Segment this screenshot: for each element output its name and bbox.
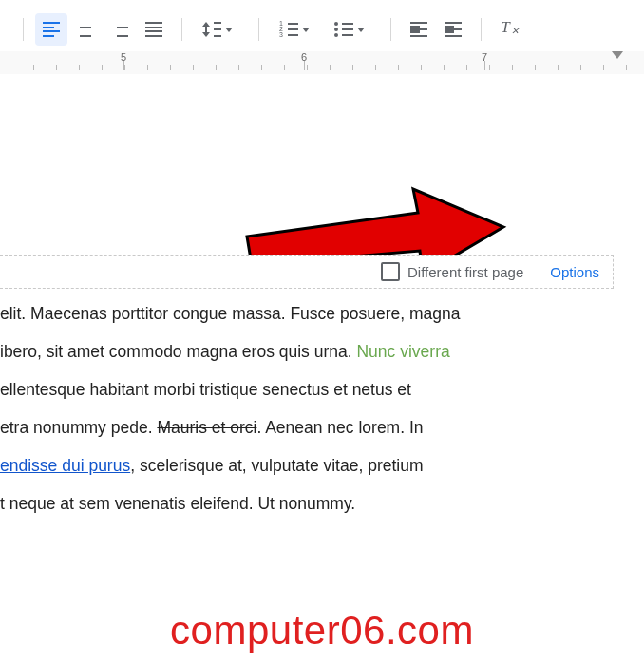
align-center-button[interactable]	[69, 13, 102, 46]
decrease-indent-button[interactable]	[403, 13, 435, 46]
text-line: etra nonummy pede. Mauris et orci. Aenea…	[0, 408, 606, 446]
header-options-bar: Different first page Options	[0, 255, 614, 289]
separator	[481, 18, 482, 41]
ruler[interactable]: 5 6 7	[0, 51, 644, 75]
decrease-indent-icon	[410, 22, 427, 37]
chevron-down-icon	[225, 28, 233, 32]
align-justify-button[interactable]	[138, 13, 170, 46]
numbered-list-icon: 1 2 3	[279, 22, 298, 37]
align-justify-icon	[145, 22, 162, 37]
watermark-text: computer06.com	[0, 608, 644, 654]
numbered-list-button[interactable]: 1 2 3	[271, 13, 324, 46]
text-span-strike: Mauris et orci	[157, 418, 256, 437]
text-span-green: Nunc viverra	[356, 342, 449, 361]
bulleted-list-icon	[334, 22, 353, 37]
text-line: t neque at sem venenatis eleifend. Ut no…	[0, 484, 606, 522]
bulleted-list-button[interactable]	[326, 13, 379, 46]
different-first-page-checkbox[interactable]	[381, 262, 400, 281]
document-body[interactable]: elit. Maecenas porttitor congue massa. F…	[0, 294, 606, 522]
ruler-right-margin-marker[interactable]	[612, 51, 623, 59]
document-page: Different first page Options elit. Maece…	[0, 74, 644, 663]
align-left-button[interactable]	[35, 13, 67, 46]
separator	[258, 18, 259, 41]
clear-formatting-icon: T✕	[501, 18, 517, 38]
align-right-icon	[111, 22, 128, 37]
clear-formatting-button[interactable]: T✕	[493, 13, 525, 46]
increase-indent-button[interactable]	[437, 13, 469, 46]
align-center-icon	[77, 22, 94, 37]
separator	[390, 18, 391, 41]
chevron-down-icon	[302, 28, 310, 32]
chevron-down-icon	[357, 28, 365, 32]
text-line: ibero, sit amet commodo magna eros quis …	[0, 332, 606, 370]
separator	[181, 18, 182, 41]
text-line: elit. Maecenas porttitor congue massa. F…	[0, 294, 606, 332]
increase-indent-icon	[445, 22, 462, 37]
header-options-link[interactable]: Options	[550, 264, 599, 280]
align-left-icon	[43, 22, 60, 37]
text-line: endisse dui purus, scelerisque at, vulpu…	[0, 446, 606, 484]
different-first-page-label: Different first page	[407, 264, 523, 280]
separator	[23, 18, 24, 41]
text-line: ellentesque habitant morbi tristique sen…	[0, 370, 606, 408]
text-span-link[interactable]: endisse dui purus	[0, 456, 130, 475]
ruler-track: 5 6 7	[0, 51, 644, 74]
line-spacing-icon	[202, 22, 221, 37]
align-right-button[interactable]	[104, 13, 136, 46]
toolbar: 1 2 3 T✕	[0, 8, 644, 52]
line-spacing-button[interactable]	[194, 13, 247, 46]
